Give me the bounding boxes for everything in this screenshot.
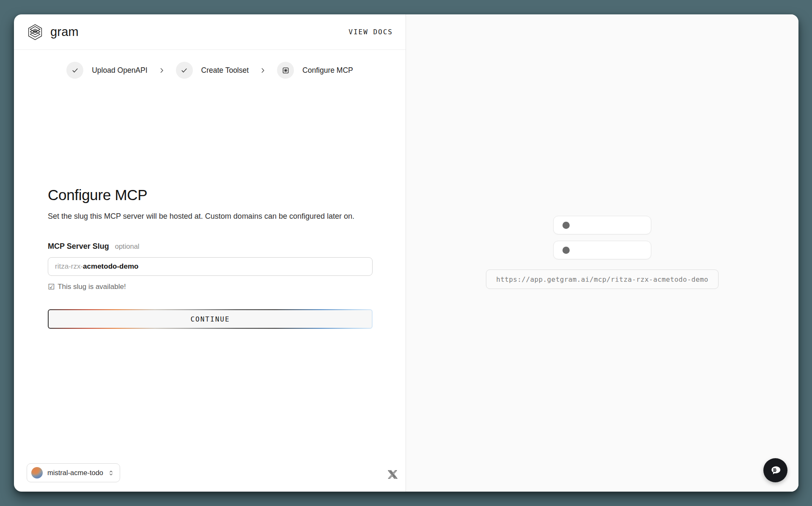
configure-mcp-form: Configure MCP Set the slug this MCP serv…: [48, 187, 373, 329]
step-label: Configure MCP: [302, 66, 353, 75]
slug-value-text: acmetodo-demo: [83, 262, 138, 271]
header: gram VIEW DOCS: [14, 14, 406, 50]
check-icon: [181, 67, 188, 74]
step-label: Upload OpenAPI: [92, 66, 147, 75]
view-docs-link[interactable]: VIEW DOCS: [348, 28, 393, 36]
gram-logo-icon: [27, 24, 44, 41]
select-chevrons-icon: [108, 470, 114, 476]
checkbox-checked-icon: ☑: [48, 283, 55, 291]
app-window: gram VIEW DOCS Upload OpenAPI Create Too…: [14, 14, 798, 492]
continue-button[interactable]: CONTINUE: [49, 310, 372, 328]
chevron-right-icon: [159, 67, 165, 74]
chat-launcher-button[interactable]: [763, 458, 787, 482]
chat-bubble-icon: [769, 464, 782, 477]
step-complete-badge: [66, 62, 83, 79]
setup-stepper: Upload OpenAPI Create Toolset: [14, 62, 406, 79]
status-dot-icon: [562, 247, 570, 254]
availability-message: This slug is available!: [58, 283, 126, 291]
chevron-right-icon: [260, 67, 266, 74]
project-switcher-dropdown[interactable]: mistral-acme-todo: [27, 463, 120, 482]
preview-card-stack: [553, 216, 651, 259]
mcp-preview-panel: https://app.getgram.ai/mcp/ritza-rzx-acm…: [406, 14, 798, 492]
check-icon: [71, 67, 79, 74]
gear-frame-icon: [281, 66, 290, 75]
page-title: Configure MCP: [48, 187, 373, 204]
project-name: mistral-acme-todo: [47, 469, 103, 477]
slug-optional-hint: optional: [115, 242, 140, 250]
step-complete-badge: [176, 62, 193, 79]
page-subtitle: Set the slug this MCP server will be hos…: [48, 212, 373, 221]
step-upload-openapi: Upload OpenAPI: [66, 62, 147, 79]
step-current-badge: [277, 62, 294, 79]
slug-field-label: MCP Server Slug: [48, 242, 109, 251]
x-twitter-icon[interactable]: [388, 470, 398, 479]
preview-card: [553, 241, 651, 259]
status-dot-icon: [562, 222, 570, 229]
slug-field-label-row: MCP Server Slug optional: [48, 242, 373, 251]
step-configure-mcp: Configure MCP: [277, 62, 353, 79]
setup-panel: gram VIEW DOCS Upload OpenAPI Create Too…: [14, 14, 406, 492]
mcp-slug-input[interactable]: ritza-rzx-acmetodo-demo: [48, 257, 373, 276]
slug-prefix-text: ritza-rzx-: [55, 262, 83, 271]
preview-card: [553, 216, 651, 234]
step-label: Create Toolset: [201, 66, 249, 75]
brand-name: gram: [50, 25, 79, 39]
mcp-url-display: https://app.getgram.ai/mcp/ritza-rzx-acm…: [486, 270, 719, 289]
project-avatar: [31, 467, 43, 478]
continue-button-border: CONTINUE: [48, 309, 373, 329]
slug-availability-status: ☑ This slug is available!: [48, 283, 373, 291]
step-create-toolset: Create Toolset: [176, 62, 249, 79]
